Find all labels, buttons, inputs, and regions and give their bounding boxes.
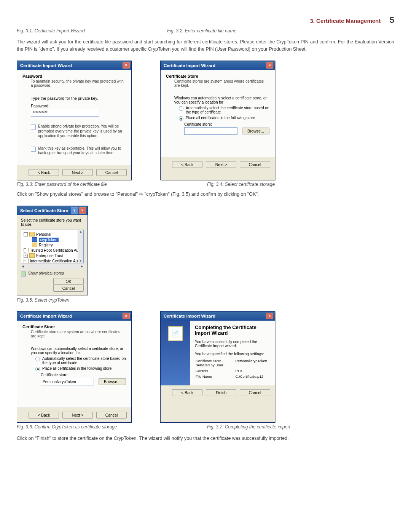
fig34-opt2: Place all certificates in the following … [186,116,255,120]
cancel-button[interactable]: Cancel [53,285,84,292]
fig33-prompt: Type the password for the private key. [31,96,126,101]
password-field[interactable] [31,109,99,117]
close-icon[interactable]: × [123,62,130,69]
ok-button[interactable]: OK [53,278,84,285]
checkbox-strong-protection[interactable] [31,125,36,129]
tree-scrollbar-h[interactable]: ◀▶ [21,263,84,269]
caption-row-1: Fig. 3.1: Certificate Import Wizard Fig.… [17,28,394,34]
next-button[interactable]: Next > [206,161,236,168]
cancel-button[interactable]: Cancel [240,161,270,168]
back-button[interactable]: < Back [29,412,59,419]
page-number: 5 [390,15,394,25]
completion-banner: 📄 [161,321,190,385]
fig36-opt1: Automatically select the certificate sto… [42,356,126,365]
tree-expand-icon[interactable]: + [24,259,26,263]
caption-fig35: Fig. 3.5: Select crypToken [17,297,394,303]
caption-fig32: Fig. 3.2: Enter certificate file name [167,28,236,34]
back-button[interactable]: < Back [172,161,202,168]
cancel-button[interactable]: Cancel [96,412,127,419]
caption-fig34: Fig. 3.4: Select certificate storage [207,182,275,187]
next-button[interactable]: Next > [62,169,93,176]
caption-fig31: Fig. 3.1: Certificate Import Wizard [17,28,167,34]
fig34-section: Certificate Store [166,74,269,78]
fig36-section-sub: Certificate stores are system areas wher… [31,330,126,338]
fig37-line1: You have successfully completed the Cert… [195,340,270,348]
fig33-section: Password [22,74,126,78]
fig34-titlebar: Certificate Import Wizard × [161,61,275,70]
paragraph-2: Click on "Show physical stores" and brow… [17,191,394,198]
close-icon[interactable]: × [266,313,273,319]
fig34-title: Certificate Import Wizard [164,63,215,68]
tree-expand-icon[interactable]: + [24,248,26,252]
close-icon[interactable]: × [79,207,86,214]
certificate-store-field[interactable] [41,378,94,385]
paragraph-3: Click on "Finish" to store the certifica… [17,435,394,442]
cancel-button[interactable]: Cancel [96,169,127,176]
fig36-dialog: Certificate Import Wizard × Certificate … [17,311,132,423]
paragraph-1: The wizard will ask you for the certific… [17,38,394,53]
tree-registry[interactable]: Registry [39,243,53,247]
tree-expand-icon[interactable]: + [24,254,28,258]
fig34-store-label: Certificate store: [184,122,269,126]
browse-button[interactable]: Browse... [242,128,269,134]
caption-fig37: Fig. 3.7: Completing the certificate imp… [207,424,290,430]
settings-summary-table: Certificate Store Selected by UserPerson… [195,358,270,380]
radio-place-all[interactable] [179,116,183,121]
fig36-title: Certificate Import Wizard [20,314,72,318]
fig35-show-physical: Show physical stores [28,271,64,276]
fig33-dialog: Certificate Import Wizard × Password To … [17,61,132,180]
tree-scrollbar[interactable]: ▲▼ [78,230,83,263]
fig36-opt2: Place all certificates in the following … [42,366,112,371]
page-header: 3. Certificate Management 5 [17,15,394,25]
certificate-icon: 📄 [168,326,183,341]
fig34-desc: Windows can automatically select a certi… [174,96,269,104]
browse-button[interactable]: Browse... [99,378,126,385]
back-button[interactable]: < Back [172,389,202,396]
radio-auto-select[interactable] [179,106,183,111]
caption-fig33: Fig. 3.3: Enter password of the certific… [17,182,207,187]
radio-place-all[interactable] [35,367,40,371]
fig34-dialog: Certificate Import Wizard × Certificate … [160,61,275,180]
tree-trusted[interactable]: Trusted Root Certification Authorities [30,248,84,252]
fig35-titlebar: Select Certificate Store ? × [17,206,88,215]
fig34-section-sub: Certificate stores are system areas wher… [174,79,269,88]
tree-enterprise[interactable]: Enterprise Trust [36,254,63,258]
fig33-chk1: Enable strong private key protection. Yo… [38,124,126,139]
fig37-heading: Completing the Certificate Import Wizard [195,324,270,336]
help-icon[interactable]: ? [71,207,78,214]
fig37-title: Certificate Import Wizard [164,314,215,318]
back-button[interactable]: < Back [29,169,59,176]
fig36-desc: Windows can automatically select a certi… [31,347,126,355]
fig36-section: Certificate Store [22,324,126,329]
close-icon[interactable]: × [266,62,273,69]
fig35-dialog: Select Certificate Store ? × Select the … [17,206,88,295]
close-icon[interactable]: × [123,313,130,319]
fig36-store-label: Certificate store: [41,373,126,377]
section-title: 3. Certificate Management [310,18,381,24]
tree-personal[interactable]: Personal [36,232,51,236]
fig33-title: Certificate Import Wizard [20,63,72,68]
fig33-chk2: Mark this key as exportable. This will a… [38,146,126,156]
fig34-opt1: Automatically select the certificate sto… [186,106,269,114]
fig35-prompt: Select the certificate store you want to… [21,218,84,227]
fig37-dialog: Certificate Import Wizard × 📄 Completing… [160,311,275,423]
fig35-title: Select Certificate Store [20,208,68,213]
tree-collapse-icon[interactable]: − [24,232,28,236]
caption-fig36: Fig. 3.6: Confirm CrypToken as certifica… [17,424,207,430]
checkbox-exportable[interactable] [31,147,36,152]
certificate-store-field[interactable] [184,127,237,135]
fig37-line2: You have specified the following setting… [195,352,270,356]
radio-auto-select[interactable] [35,357,40,361]
fig33-pw-label: Password: [31,104,126,108]
fig33-titlebar: Certificate Import Wizard × [17,61,131,70]
finish-button[interactable]: Finish [206,389,236,396]
cancel-button[interactable]: Cancel [240,389,270,396]
certificate-store-tree[interactable]: −Personal crypToken Registry +Trusted Ro… [21,230,84,263]
tree-intermediate[interactable]: Intermediate Certification Authorities [30,259,84,263]
tree-cryptoken[interactable]: crypToken [39,238,59,242]
next-button[interactable]: Next > [62,412,93,419]
fig33-section-sub: To maintain security, the private key wa… [31,79,126,88]
checkbox-show-physical[interactable] [21,272,26,276]
